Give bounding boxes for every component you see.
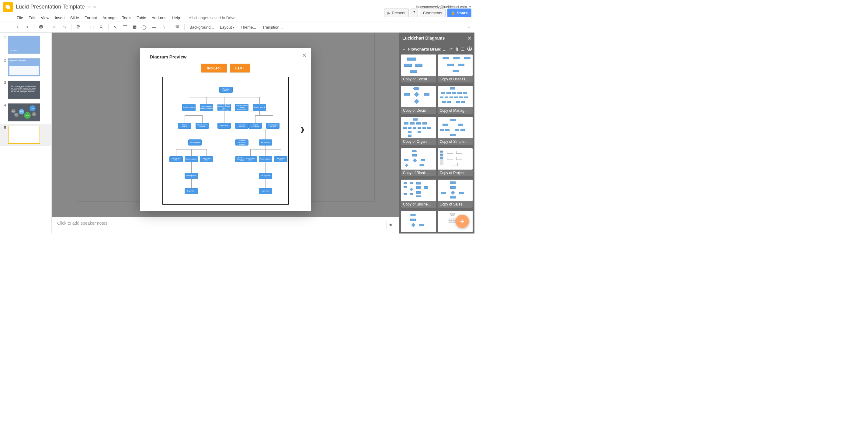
close-modal-icon[interactable]: ✕ — [302, 52, 307, 59]
org-node: Site managers — [259, 139, 272, 145]
diagram-item[interactable]: Copy of Simple... — [438, 117, 473, 146]
slide-number: 3 — [2, 81, 6, 85]
slide-thumbnail[interactable]: 4 63% 46% 45% 37% 39% 43% — [0, 102, 52, 123]
diagram-item[interactable]: Copy of Project... — [438, 148, 473, 178]
menu-format[interactable]: Format — [82, 14, 100, 21]
account-icon[interactable] — [467, 46, 472, 52]
diagram-label: Copy of Busine... — [401, 201, 436, 208]
menu-bar: File Edit View Insert Slide Format Arran… — [14, 14, 183, 21]
edit-button[interactable]: EDIT — [230, 64, 250, 73]
play-icon: ▶ — [388, 11, 391, 15]
share-button[interactable]: 🔒 Share — [447, 8, 471, 17]
menu-edit[interactable]: Edit — [26, 14, 38, 21]
present-label: Present — [392, 11, 405, 15]
org-node: Mechanical officer — [274, 156, 287, 162]
diagram-item[interactable]: Copy of Constr... — [401, 55, 436, 84]
thumb: 63% 46% 45% 37% 39% 43% — [8, 103, 40, 121]
org-node: Site managers — [188, 139, 202, 145]
org-node: General project manager — [195, 123, 209, 129]
save-status: All changes saved in Drive — [189, 16, 236, 20]
insert-button[interactable]: INSERT — [202, 64, 227, 73]
slide-number: 4 — [2, 103, 6, 108]
menu-arrange[interactable]: Arrange — [100, 14, 119, 21]
org-node: Project coordinator — [178, 123, 191, 129]
slide-panel: 1 ✦ Lucid 2 Diagrams done right 3 "If I'… — [0, 33, 52, 233]
org-node: Managing director — [219, 87, 232, 93]
diagram-label: Copy of Constr... — [401, 76, 436, 83]
slide-thumbnail[interactable]: 2 Diagrams done right — [0, 56, 52, 78]
comments-button[interactable]: Comments — [420, 8, 445, 17]
collapse-toolbar-icon[interactable]: ︿ — [467, 24, 471, 30]
separator — [48, 24, 48, 30]
next-diagram-icon[interactable]: ❯ — [300, 126, 305, 133]
menu-file[interactable]: File — [14, 14, 26, 21]
org-node: Director: region A — [182, 104, 195, 111]
org-node: General project manager — [266, 123, 279, 129]
org-node: Assistant manager of accounts — [235, 139, 248, 145]
diagram-item[interactable]: Copy of Busine... — [401, 180, 436, 209]
org-node: Project coordinator — [248, 123, 262, 129]
menu-help[interactable]: Help — [169, 14, 183, 21]
menu-addons[interactable]: Add-ons — [149, 14, 169, 21]
star-icon[interactable]: ☆ — [87, 5, 91, 9]
menu-insert[interactable]: Insert — [52, 14, 67, 21]
add-diagram-button[interactable]: + — [456, 215, 469, 228]
present-dropdown-button[interactable]: ▼ — [411, 8, 418, 17]
list-view-icon[interactable]: ☰ — [461, 47, 465, 52]
slides-logo[interactable] — [3, 2, 13, 12]
org-node: Legal officer — [217, 123, 231, 129]
folder-icon[interactable]: ⊗ — [93, 5, 96, 9]
new-slide-button[interactable]: ＋ — [14, 23, 21, 31]
diagram-item[interactable]: Copy of Organi... — [401, 117, 436, 146]
user-menu-caret-icon[interactable]: ▼ — [469, 5, 471, 8]
lock-icon: 🔒 — [451, 11, 455, 15]
slide-thumbnail[interactable]: 1 ✦ Lucid — [0, 34, 52, 56]
diagram-item[interactable]: Copy of User Fl... — [438, 55, 473, 84]
thumb — [8, 126, 40, 144]
diagram-label: Copy of User Fl... — [438, 76, 473, 83]
close-panel-icon[interactable]: ✕ — [467, 35, 471, 41]
diagram-label: Copy of Manag... — [438, 107, 473, 114]
refresh-icon[interactable]: ⟳ — [450, 47, 453, 52]
menu-view[interactable]: View — [38, 14, 52, 21]
menu-slide[interactable]: Slide — [67, 14, 82, 21]
svg-rect-1 — [7, 6, 10, 8]
diagram-item[interactable]: Copy of Sales ... — [438, 180, 473, 209]
new-slide-dropdown[interactable]: ▼ — [24, 23, 31, 31]
svg-point-5 — [469, 48, 470, 49]
org-node: Mechanical officer — [200, 156, 213, 162]
print-icon[interactable] — [37, 23, 45, 31]
org-node: Assistant general manager: finance and a… — [217, 104, 231, 111]
org-node: Procurement officer — [244, 156, 257, 162]
org-node: Project engineers — [259, 156, 272, 162]
thumb: "If I'm trying to recommend a solution, … — [8, 81, 40, 99]
org-node: Procurement officer — [169, 156, 183, 162]
lucidchart-panel: Lucidchart Diagrams ✕ ← Flowcharts Brand… — [399, 33, 474, 233]
diagram-label: Copy of Organi... — [401, 138, 436, 145]
folder-title: Flowcharts Brand S... — [408, 47, 447, 52]
share-label: Share — [457, 11, 468, 15]
sort-icon[interactable]: ⇅ — [455, 47, 459, 52]
menu-table[interactable]: Table — [134, 14, 149, 21]
org-node: Assistant general manager: procurements — [235, 104, 248, 111]
back-icon[interactable]: ← — [402, 47, 406, 52]
diagram-item[interactable]: Copy of Blank ... — [401, 148, 436, 178]
document-title[interactable]: Lucid Presentation Template — [16, 4, 85, 10]
diagram-preview-modal: ✕ Diagram Preview INSERT EDIT Managing d… — [140, 48, 311, 211]
org-node: Site engineers — [259, 173, 272, 179]
diagram-item[interactable] — [401, 211, 436, 233]
comments-label: Comments — [423, 11, 442, 15]
menu-tools[interactable]: Tools — [119, 14, 134, 21]
present-button[interactable]: ▶ Present — [384, 8, 409, 17]
slide-thumbnail[interactable]: 3 "If I'm trying to recommend a solution… — [0, 79, 52, 101]
org-node: Accounts manager — [235, 123, 248, 129]
slide-number: 2 — [2, 58, 6, 62]
diagram-label: Copy of Simple... — [438, 138, 473, 145]
slide-thumbnail[interactable]: 5 — [0, 124, 52, 146]
org-node: Supervisors — [185, 188, 198, 194]
diagram-item[interactable]: Copy of Manag... — [438, 86, 473, 115]
diagram-item[interactable]: Copy of Decisi... — [401, 86, 436, 115]
org-node: Site engineers — [185, 173, 198, 179]
slide-number: 1 — [2, 36, 6, 40]
org-node: Senior engineer: project monitoring — [200, 104, 213, 111]
